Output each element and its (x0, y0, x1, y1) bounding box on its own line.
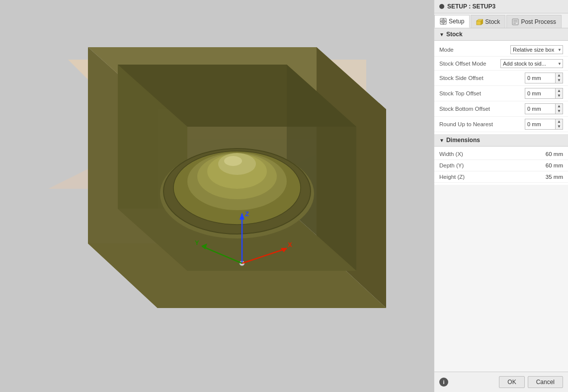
stock-section-header[interactable]: ▼ Stock (434, 28, 568, 41)
round-up-control: ▲ ▼ (525, 119, 563, 130)
mode-select[interactable]: Relative size box Fixed size box From so… (510, 45, 563, 54)
info-button[interactable]: i (439, 378, 448, 387)
bottom-offset-input[interactable] (525, 105, 555, 113)
top-offset-row: Stock Top Offset ▲ ▼ (434, 86, 568, 101)
top-offset-spinbox-btns: ▲ ▼ (555, 88, 563, 98)
panel-title: SETUP : SETUP3 (447, 3, 495, 10)
round-up-row: Round Up to Nearest ▲ ▼ (434, 117, 568, 132)
dimensions-form-body: Width (X) 60 mm Depth (Y) 60 mm Height (… (434, 147, 568, 185)
width-label: Width (X) (439, 151, 546, 157)
panel-header: SETUP : SETUP3 (434, 0, 568, 13)
right-panel: SETUP : SETUP3 Setup Stock (434, 0, 568, 392)
dimensions-collapse-arrow: ▼ (439, 138, 444, 143)
stock-icon (476, 18, 483, 25)
offset-mode-row: Stock Offset Mode Add stock to sid... Ad… (434, 57, 568, 71)
bottom-offset-up[interactable]: ▲ (556, 104, 563, 109)
svg-point-21 (224, 156, 242, 166)
width-row: Width (X) 60 mm (434, 149, 568, 160)
tab-setup-label: Setup (449, 18, 464, 25)
top-offset-up[interactable]: ▲ (556, 88, 563, 93)
scene-container: Z X Y (0, 0, 434, 392)
side-offset-spinbox: ▲ ▼ (525, 73, 563, 83)
mode-select-wrapper: Relative size box Fixed size box From so… (510, 45, 563, 54)
round-up-label: Round Up to Nearest (439, 121, 525, 127)
tab-postprocess-label: Post Process (521, 18, 556, 25)
round-up-down[interactable]: ▼ (556, 124, 563, 129)
height-label: Height (Z) (439, 174, 546, 180)
cancel-button[interactable]: Cancel (528, 376, 563, 388)
mode-control: Relative size box Fixed size box From so… (510, 45, 563, 54)
tab-setup[interactable]: Setup (434, 15, 470, 28)
stock-section: ▼ Stock Mode Relative size box Fixed siz… (434, 28, 568, 134)
side-offset-control: ▲ ▼ (525, 73, 563, 83)
bottom-offset-control: ▲ ▼ (525, 103, 563, 114)
offset-mode-select[interactable]: Add stock to sid... Add stock to all sid… (500, 59, 563, 68)
setup-icon (440, 18, 447, 25)
dimensions-section-header[interactable]: ▼ Dimensions (434, 134, 568, 147)
stock-form-body: Mode Relative size box Fixed size box Fr… (434, 41, 568, 134)
svg-text:Y: Y (195, 239, 199, 246)
bottom-offset-spinbox: ▲ ▼ (525, 103, 563, 114)
width-value: 60 mm (546, 151, 563, 157)
ok-button[interactable]: OK (499, 376, 524, 388)
bottom-offset-down[interactable]: ▼ (556, 109, 563, 114)
mode-row: Mode Relative size box Fixed size box Fr… (434, 43, 568, 57)
stock-collapse-arrow: ▼ (439, 32, 444, 37)
bottom-offset-row: Stock Bottom Offset ▲ ▼ (434, 101, 568, 117)
offset-mode-label: Stock Offset Mode (439, 61, 500, 67)
top-offset-spinbox: ▲ ▼ (525, 88, 563, 99)
depth-row: Depth (Y) 60 mm (434, 160, 568, 171)
round-up-input[interactable] (525, 120, 555, 128)
top-offset-input[interactable] (525, 89, 555, 97)
svg-rect-33 (441, 19, 445, 23)
side-offset-row: Stock Side Offset ▲ ▼ (434, 71, 568, 86)
offset-mode-control: Add stock to sid... Add stock to all sid… (500, 59, 563, 68)
panel-footer: i OK Cancel (434, 372, 568, 392)
round-up-spinbox: ▲ ▼ (525, 119, 563, 130)
stock-section-title: Stock (446, 31, 463, 38)
top-offset-down[interactable]: ▼ (556, 93, 563, 98)
status-dot (439, 4, 444, 9)
side-offset-up[interactable]: ▲ (556, 73, 563, 78)
round-up-up[interactable]: ▲ (556, 119, 563, 124)
side-offset-label: Stock Side Offset (439, 75, 525, 81)
svg-text:Z: Z (245, 210, 249, 218)
side-offset-down[interactable]: ▼ (556, 78, 563, 83)
dimensions-section: ▼ Dimensions Width (X) 60 mm Depth (Y) 6… (434, 134, 568, 185)
round-up-spinbox-btns: ▲ ▼ (555, 119, 563, 129)
depth-value: 60 mm (546, 162, 563, 168)
bottom-offset-spinbox-btns: ▲ ▼ (555, 104, 563, 114)
depth-label: Depth (Y) (439, 162, 546, 168)
tab-stock-label: Stock (485, 18, 500, 25)
top-offset-label: Stock Top Offset (439, 90, 525, 96)
svg-text:X: X (288, 241, 292, 248)
post-icon (512, 18, 519, 25)
side-offset-spinbox-btns: ▲ ▼ (555, 73, 563, 83)
3d-viewport[interactable]: Z X Y (0, 0, 434, 392)
dimensions-section-title: Dimensions (446, 137, 480, 144)
tab-stock[interactable]: Stock (471, 15, 505, 28)
tab-postprocess[interactable]: Post Process (506, 15, 562, 28)
tab-bar: Setup Stock Post Process (434, 13, 568, 28)
height-value: 35 mm (546, 174, 563, 180)
side-offset-input[interactable] (525, 74, 555, 82)
offset-mode-select-wrapper: Add stock to sid... Add stock to all sid… (500, 59, 563, 68)
mode-label: Mode (439, 47, 510, 53)
svg-rect-38 (477, 21, 481, 25)
top-offset-control: ▲ ▼ (525, 88, 563, 99)
bottom-offset-label: Stock Bottom Offset (439, 106, 525, 112)
height-row: Height (Z) 35 mm (434, 171, 568, 183)
3d-scene-svg: Z X Y (8, 0, 426, 392)
